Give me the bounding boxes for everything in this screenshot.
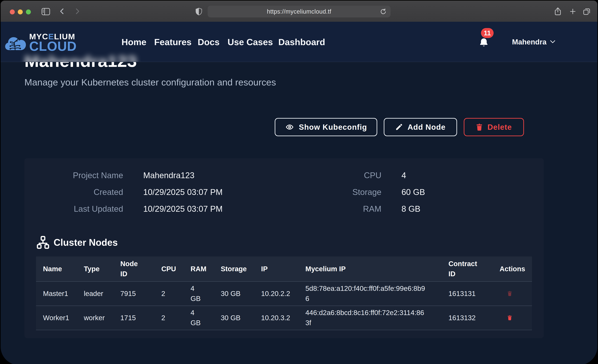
browser-titlebar: https://myceliumcloud.tf [1,1,597,22]
cell-cpu: 2 [161,289,191,299]
info-value: Mahendra123 [143,171,277,180]
column-header: IP [261,264,305,274]
cell-storage: 30 GB [221,289,261,299]
cell-mycelium-ip-value: 446:d2a6:8bcd:8c16:ff0f:72e2:3114:863f [305,308,427,328]
cell-node-id: 7915 [120,289,161,299]
cell-mycelium-ip-value: 5d8:78ea:a120:f40c:ff0f:a5fe:99e6:8b96 [305,283,427,304]
cell-storage: 30 GB [221,313,261,323]
nav-link-dashboard[interactable]: Dashboard [278,37,325,47]
cell-name: Master1 [36,289,84,299]
info-label: Storage [294,187,382,197]
column-header-label: Contract ID [448,259,479,279]
bell-icon [479,38,489,48]
info-label: Last Updated [36,204,123,214]
eye-icon [285,123,294,131]
column-header: Mycelium IP [305,264,448,274]
cell-ram: 4 GB [191,308,221,328]
cell-node-id: 1715 [120,313,161,323]
column-header: Node ID [120,259,161,279]
info-value: 10/29/2025 03:07 PM [143,204,277,214]
info-row: RAM 8 GB [294,200,527,217]
info-label: RAM [294,204,382,214]
table-row: Master1 leader 7915 2 4 GB 30 GB 10.20.2… [36,281,532,306]
chevron-down-icon [549,40,556,44]
close-window-button[interactable] [10,9,15,14]
nav-link-use-cases[interactable]: Use Cases [228,37,273,47]
back-icon[interactable] [58,8,66,15]
cluster-info-right: CPU 4 Storage 60 GB RAM 8 GB [294,167,527,217]
delete-node-button[interactable] [507,290,512,297]
shield-icon[interactable] [195,8,202,16]
cluster-info-left: Project Name Mahendra123 Created 10/29/2… [36,167,277,217]
notification-badge: 11 [481,28,494,38]
delete-node-button[interactable] [507,314,512,322]
info-value: 4 [401,171,527,180]
new-tab-icon[interactable] [569,8,577,15]
info-row: Project Name Mahendra123 [36,167,277,184]
cell-contract-id: 1613132 [448,313,499,323]
pencil-icon [395,123,403,131]
info-label: Created [36,187,123,197]
reload-icon[interactable] [380,8,387,15]
info-value: 60 GB [401,187,527,197]
forward-icon[interactable] [73,8,81,15]
column-header: Contract ID [448,259,499,279]
sidebar-icon[interactable] [42,8,50,15]
url-text: https://myceliumcloud.tf [267,8,331,15]
cell-ip: 10.20.3.2 [261,313,305,323]
info-value: 10/29/2025 03:07 PM [143,187,277,197]
column-header: CPU [161,264,191,274]
nav-links: Home Features Docs Use Cases Dashboard [1,22,597,62]
column-header: RAM [191,264,221,274]
zoom-window-button[interactable] [26,9,31,14]
address-bar[interactable]: https://myceliumcloud.tf [208,6,390,17]
add-node-label: Add Node [407,123,446,132]
share-icon[interactable] [553,7,562,16]
nav-link-docs[interactable]: Docs [198,37,220,47]
table-bottom-border [36,330,532,330]
add-node-button[interactable]: Add Node [384,118,457,136]
cell-contract-id: 1613131 [448,289,499,299]
table-row: Worker1 worker 1715 2 4 GB 30 GB 10.20.3… [36,306,532,330]
cell-type: leader [84,289,120,299]
user-menu[interactable]: Mahendra [512,22,556,62]
show-kubeconfig-label: Show Kubeconfig [299,123,367,132]
delete-label: Delete [488,123,512,132]
cell-mycelium-ip: 446:d2a6:8bcd:8c16:ff0f:72e2:3114:863f [305,308,448,328]
trash-icon [507,290,512,297]
site-navbar: Mahendra123 [1,22,597,62]
info-label: Project Name [36,171,123,180]
cell-name: Worker1 [36,313,84,323]
tabs-icon[interactable] [582,7,591,16]
info-row: Created 10/29/2025 03:07 PM [36,184,277,200]
trash-icon [507,314,512,321]
cluster-nodes-title: Cluster Nodes [54,237,118,248]
column-header: Storage [221,264,261,274]
notifications-button[interactable]: 11 [479,22,501,62]
cluster-details-card: Project Name Mahendra123 Created 10/29/2… [25,158,544,338]
page: Mahendra123 Manage your Kubernetes clust… [1,22,597,364]
delete-cluster-button[interactable]: Delete [464,118,524,136]
minimize-window-button[interactable] [18,9,23,14]
cell-cpu: 2 [161,313,191,323]
cell-ram-value: 4 GB [191,283,200,304]
page-content: Mahendra123 Manage your Kubernetes clust… [1,22,597,364]
cell-ram-value: 4 GB [191,308,200,328]
table-header-row: Name Type Node ID CPU RAM Storage IP Myc… [36,256,532,281]
browser-window: https://myceliumcloud.tf [1,1,597,364]
column-header: Type [84,264,120,274]
nav-link-features[interactable]: Features [154,37,191,47]
trash-icon [476,123,483,131]
page-subtitle: Manage your Kubernetes cluster configura… [25,77,276,88]
cell-mycelium-ip: 5d8:78ea:a120:f40c:ff0f:a5fe:99e6:8b96 [305,283,448,304]
cell-actions [499,314,532,322]
cell-type: worker [84,313,120,323]
info-label: CPU [294,171,382,180]
user-name: Mahendra [512,38,547,46]
cluster-nodes-table: Name Type Node ID CPU RAM Storage IP Myc… [36,256,532,330]
nav-link-home[interactable]: Home [122,37,146,47]
info-row: Last Updated 10/29/2025 03:07 PM [36,200,277,217]
show-kubeconfig-button[interactable]: Show Kubeconfig [275,118,377,136]
column-header: Actions [499,264,532,274]
column-header: Name [36,264,84,274]
